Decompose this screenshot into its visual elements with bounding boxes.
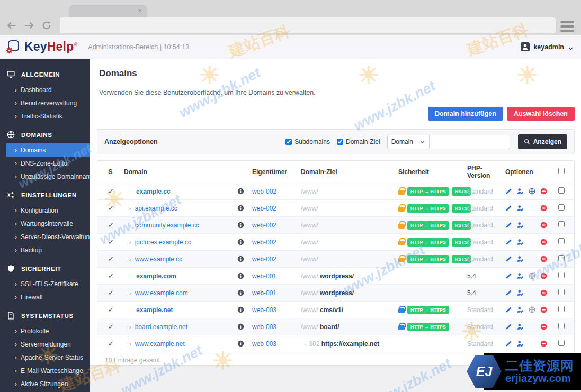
- edit-owner-icon[interactable]: [517, 188, 524, 195]
- domain-link[interactable]: example.com: [129, 272, 237, 280]
- edit-icon[interactable]: [505, 272, 512, 279]
- row-checkbox[interactable]: [558, 255, 565, 261]
- info-icon[interactable]: [237, 188, 252, 195]
- edit-icon[interactable]: [505, 239, 512, 245]
- edit-icon[interactable]: [505, 340, 512, 347]
- info-icon[interactable]: [237, 306, 252, 313]
- domain-link[interactable]: www.example.com: [135, 289, 188, 297]
- edit-icon[interactable]: [505, 222, 512, 229]
- reload-icon[interactable]: [41, 20, 52, 31]
- info-icon[interactable]: [237, 340, 252, 347]
- browser-menu-icon[interactable]: [560, 21, 574, 34]
- browser-tab[interactable]: ×: [69, 5, 147, 17]
- owner-link[interactable]: web-003: [252, 340, 276, 348]
- domain-link[interactable]: pictures.example.cc: [135, 239, 191, 246]
- edit-icon[interactable]: [505, 256, 512, 262]
- sidebar-item-server-dienst-verwaltung[interactable]: Server-Dienst-Verwaltung: [0, 230, 90, 243]
- domain-link[interactable]: www.example.net: [135, 340, 185, 348]
- add-domain-button[interactable]: Domain hinzufügen: [428, 107, 503, 121]
- row-checkbox[interactable]: [558, 204, 565, 211]
- sidebar-item-protokolle[interactable]: Protokolle: [0, 324, 90, 338]
- edit-owner-icon[interactable]: [517, 289, 524, 296]
- block-icon[interactable]: [540, 239, 547, 245]
- sidebar-item-servermeldungen[interactable]: Servermeldungen: [0, 338, 90, 351]
- edit-icon[interactable]: [505, 205, 512, 212]
- sidebar-item-dns-zone-editor[interactable]: DNS-Zone-Editor: [0, 157, 90, 170]
- info-icon[interactable]: [237, 272, 252, 279]
- row-checkbox[interactable]: [558, 272, 565, 278]
- edit-owner-icon[interactable]: [517, 340, 524, 347]
- address-bar[interactable]: [60, 17, 556, 33]
- sidebar-item-apache-server-status[interactable]: Apache-Server-Status: [0, 351, 90, 364]
- row-checkbox[interactable]: [558, 323, 565, 329]
- sidebar-item-aktive-sitzungen[interactable]: Aktive Sitzungen: [0, 377, 90, 390]
- website-icon[interactable]: [529, 272, 535, 279]
- sidebar-item-e-mail-warteschlange[interactable]: E-Mail-Warteschlange: [0, 364, 90, 377]
- sidebar-item-benutzerverwaltung[interactable]: Benutzerverwaltung: [0, 96, 90, 110]
- block-icon[interactable]: [540, 289, 547, 296]
- info-icon[interactable]: [237, 205, 252, 212]
- edit-owner-icon[interactable]: [517, 306, 524, 313]
- row-checkbox[interactable]: [558, 221, 565, 227]
- block-icon[interactable]: [540, 188, 547, 195]
- block-icon[interactable]: [540, 222, 547, 229]
- owner-link[interactable]: web-003: [252, 306, 276, 314]
- owner-link[interactable]: web-002: [252, 205, 276, 212]
- domain-link[interactable]: community.example.cc: [135, 222, 199, 229]
- sidebar-item-wartungsintervalle[interactable]: Wartungsintervalle: [0, 217, 90, 230]
- block-icon[interactable]: [540, 340, 547, 347]
- owner-link[interactable]: web-001: [252, 272, 276, 280]
- owner-link[interactable]: web-002: [252, 222, 276, 229]
- domain-link[interactable]: www.example.cc: [135, 256, 182, 263]
- delete-selection-button[interactable]: Auswahl löschen: [507, 107, 575, 121]
- search-input[interactable]: [430, 135, 510, 149]
- owner-link[interactable]: web-002: [252, 256, 276, 263]
- owner-link[interactable]: web-002: [252, 188, 276, 195]
- user-menu[interactable]: keyadmin: [521, 42, 574, 51]
- row-checkbox[interactable]: [558, 238, 565, 244]
- edit-owner-icon[interactable]: [517, 323, 524, 330]
- domain-link[interactable]: board.example.net: [135, 323, 187, 331]
- sidebar-item-unzul-ssige-domainnamen[interactable]: Unzulässige Domainnamen: [0, 170, 90, 183]
- domain-link[interactable]: api.example.cc: [135, 205, 177, 212]
- sidebar-item-dashboard[interactable]: Dashboard: [0, 83, 90, 96]
- info-icon[interactable]: [237, 256, 252, 262]
- forward-icon[interactable]: [24, 20, 34, 31]
- domain-link[interactable]: example.net: [129, 306, 237, 314]
- search-column-select[interactable]: Domain: [387, 135, 430, 149]
- edit-owner-icon[interactable]: [517, 205, 524, 212]
- block-icon[interactable]: [540, 205, 547, 212]
- show-button[interactable]: Anzeigen: [518, 134, 567, 149]
- edit-icon[interactable]: [505, 306, 512, 313]
- website-icon[interactable]: [529, 306, 535, 313]
- block-icon[interactable]: [540, 306, 547, 313]
- owner-link[interactable]: web-001: [252, 289, 276, 297]
- sidebar-item-domains[interactable]: Domains: [6, 143, 90, 157]
- row-checkbox[interactable]: [558, 187, 565, 194]
- tab-close-icon[interactable]: ×: [138, 6, 142, 14]
- filter-checkbox-subdomains[interactable]: Subdomains: [285, 138, 330, 145]
- select-all-checkbox[interactable]: [558, 168, 565, 174]
- edit-owner-icon[interactable]: [517, 239, 524, 245]
- sidebar-item-backup[interactable]: Backup: [0, 243, 90, 257]
- info-icon[interactable]: [237, 289, 252, 296]
- domain-link[interactable]: example.cc: [129, 188, 237, 195]
- edit-icon[interactable]: [505, 188, 512, 195]
- row-checkbox[interactable]: [558, 306, 565, 312]
- sidebar-item-konfiguration[interactable]: Konfiguration: [0, 204, 90, 217]
- edit-owner-icon[interactable]: [517, 272, 524, 279]
- row-checkbox[interactable]: [558, 340, 565, 346]
- filter-checkbox-domain-ziel[interactable]: Domain-Ziel: [337, 138, 380, 145]
- sidebar-item-ssl-tls-zertifikate[interactable]: SSL-/TLS-Zertifikate: [0, 277, 90, 290]
- edit-icon[interactable]: [505, 289, 512, 296]
- block-icon[interactable]: [540, 323, 547, 330]
- block-icon[interactable]: [540, 256, 547, 262]
- info-icon[interactable]: [237, 239, 252, 245]
- edit-owner-icon[interactable]: [517, 222, 524, 229]
- edit-icon[interactable]: [505, 323, 512, 330]
- info-icon[interactable]: [237, 222, 252, 229]
- info-icon[interactable]: [237, 323, 252, 330]
- sidebar-item-traffic-statistik[interactable]: Traffic-Statistik: [0, 110, 90, 123]
- owner-link[interactable]: web-002: [252, 239, 276, 246]
- back-icon[interactable]: [6, 20, 17, 31]
